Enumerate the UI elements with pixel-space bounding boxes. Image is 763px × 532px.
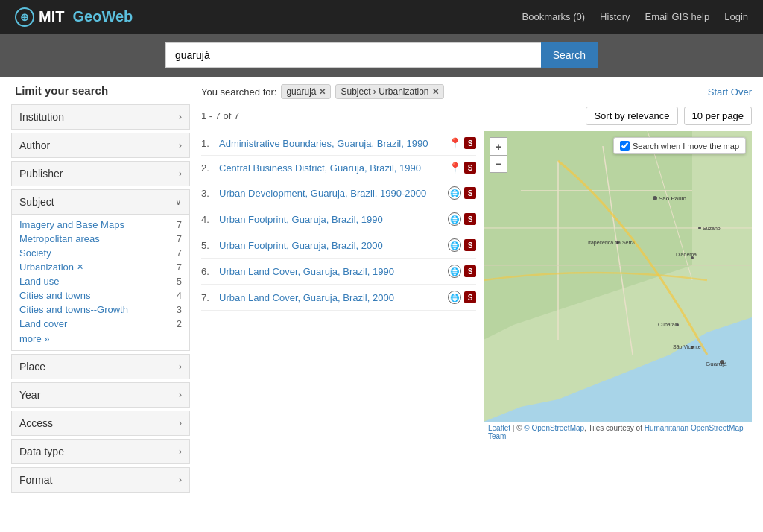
facet-format: Format › (11, 467, 190, 493)
facet-year-label: Year (19, 389, 40, 401)
logo: ⊕ MIT GeoWeb (15, 7, 133, 27)
subject-cities-growth-link[interactable]: Cities and towns--Growth (19, 304, 128, 315)
subject-land-use-count: 5 (177, 276, 182, 287)
osm-link[interactable]: © OpenStreetMap (524, 424, 584, 432)
results-count: 1 - 7 of 7 (201, 110, 239, 121)
result-title-link[interactable]: Administrative Boundaries, Guaruja, Braz… (219, 138, 444, 149)
facet-year-header[interactable]: Year › (12, 383, 189, 407)
chevron-down-icon: ∨ (175, 197, 182, 207)
svg-text:Suzano: Suzano (703, 226, 721, 231)
facet-data-type-label: Data type (19, 446, 64, 457)
per-page-dropdown[interactable]: 10 per page (684, 107, 752, 125)
facet-subject: Subject ∨ Imagery and Base Maps 7 Metrop… (11, 189, 190, 351)
facet-data-type-header[interactable]: Data type › (12, 440, 189, 463)
result-icons: 🌐 S (448, 265, 476, 278)
content-area: 1. Administrative Boundaries, Guaruja, B… (201, 131, 752, 442)
search-form: Search (165, 42, 598, 68)
chevron-right-icon: › (179, 112, 182, 122)
search-move-checkbox[interactable] (620, 141, 630, 151)
s-icon: S (464, 137, 476, 149)
login-link[interactable]: Login (724, 11, 748, 22)
subject-land-cover-count: 2 (177, 318, 182, 329)
result-icons: 🌐 S (448, 212, 476, 226)
result-number: 1. (201, 138, 215, 149)
map-attribution: Leaflet | © © OpenStreetMap, Tiles court… (484, 422, 752, 442)
bookmarks-link[interactable]: Bookmarks (0) (522, 11, 586, 22)
chevron-right-icon: › (179, 140, 182, 151)
email-gis-link[interactable]: Email GIS help (645, 11, 709, 22)
pin-icon: 📍 (449, 137, 461, 149)
result-number: 4. (201, 214, 215, 225)
subject-cities-link[interactable]: Cities and towns (19, 290, 90, 301)
facet-place-label: Place (19, 361, 45, 373)
subject-society-link[interactable]: Society (19, 247, 51, 259)
facet-institution-header[interactable]: Institution › (12, 105, 189, 129)
subject-land-use-link[interactable]: Land use (19, 276, 60, 287)
subject-land-use: Land use 5 (19, 276, 182, 287)
sidebar: Limit your search Institution › Author ›… (11, 84, 190, 495)
facet-subject-content: Imagery and Base Maps 7 Metropolitan are… (12, 214, 189, 350)
svg-text:Diadema: Diadema (676, 252, 697, 257)
pin-icon: 📍 (449, 162, 461, 174)
facet-access-header[interactable]: Access › (12, 411, 189, 435)
result-title-link[interactable]: Urban Land Cover, Guaruja, Brazil, 2000 (219, 292, 443, 303)
result-title-link[interactable]: Urban Development, Guaruja, Brazil, 1990… (219, 188, 443, 199)
table-row: 4. Urban Footprint, Guaruja, Brazil, 199… (201, 206, 476, 232)
map-svg: São Paulo Suzano Guarujá São Vicente Cub… (484, 131, 752, 422)
table-row: 5. Urban Footprint, Guaruja, Brazil, 200… (201, 232, 476, 259)
limit-search-title: Limit your search (11, 84, 190, 97)
result-title-link[interactable]: Urban Footprint, Guaruja, Brazil, 1990 (219, 214, 443, 225)
sort-dropdown[interactable]: Sort by relevance (586, 107, 677, 125)
result-title-link[interactable]: Central Business District, Guaruja, Braz… (219, 162, 444, 174)
subject-more-link[interactable]: more » (19, 333, 49, 344)
search-input[interactable] (165, 42, 541, 68)
svg-point-11 (698, 227, 701, 229)
facet-format-label: Format (19, 474, 52, 486)
header: ⊕ MIT GeoWeb Bookmarks (0) History Email… (0, 0, 763, 34)
table-row: 6. Urban Land Cover, Guaruja, Brazil, 19… (201, 259, 476, 285)
result-title-link[interactable]: Urban Footprint, Guaruja, Brazil, 2000 (219, 240, 443, 251)
facet-place: Place › (11, 354, 190, 379)
result-number: 7. (201, 292, 215, 303)
facet-publisher: Publisher › (11, 161, 190, 186)
facet-subject-header[interactable]: Subject ∨ (12, 190, 189, 214)
svg-text:São Vicente: São Vicente (673, 344, 701, 349)
table-row: 2. Central Business District, Guaruja, B… (201, 156, 476, 180)
you-searched-label: You searched for: (201, 86, 276, 98)
map-area[interactable]: São Paulo Suzano Guarujá São Vicente Cub… (484, 131, 752, 422)
start-over-link[interactable]: Start Over (708, 86, 752, 98)
main: Limit your search Institution › Author ›… (0, 77, 763, 503)
search-button[interactable]: Search (541, 42, 598, 68)
facet-institution: Institution › (11, 104, 190, 130)
globe-icon: 🌐 (448, 212, 461, 226)
facet-author: Author › (11, 133, 190, 158)
globe-icon: 🌐 (448, 186, 461, 200)
subject-urbanization-link[interactable]: Urbanization (19, 262, 74, 273)
svg-text:São Paulo: São Paulo (659, 195, 686, 202)
facet-subject-label: Subject (19, 196, 54, 208)
chevron-right-icon: › (179, 475, 182, 485)
subject-land-cover-link[interactable]: Land cover (19, 318, 67, 329)
zoom-out-button[interactable]: − (490, 155, 507, 173)
remove-subject-icon[interactable]: ✕ (432, 87, 439, 97)
facet-format-header[interactable]: Format › (12, 468, 189, 492)
results-panel: You searched for: guarujá ✕ Subject › Ur… (201, 84, 752, 495)
result-title-link[interactable]: Urban Land Cover, Guaruja, Brazil, 1990 (219, 266, 443, 277)
remove-urbanization-icon[interactable]: ✕ (77, 262, 83, 272)
facet-publisher-header[interactable]: Publisher › (12, 162, 189, 186)
s-icon: S (464, 187, 476, 199)
subject-society: Society 7 (19, 247, 182, 259)
leaflet-link[interactable]: Leaflet (488, 424, 510, 432)
facet-access: Access › (11, 411, 190, 436)
subject-metro: Metropolitan areas 7 (19, 233, 182, 244)
facet-author-header[interactable]: Author › (12, 133, 189, 157)
history-link[interactable]: History (600, 11, 630, 22)
facet-place-header[interactable]: Place › (12, 355, 189, 379)
subject-imagery-link[interactable]: Imagery and Base Maps (19, 219, 124, 230)
subject-metro-link[interactable]: Metropolitan areas (19, 233, 100, 244)
zoom-in-button[interactable]: + (490, 137, 507, 155)
subject-tag: Subject › Urbanization ✕ (335, 84, 443, 99)
tiles-label: Tiles courtesy of (588, 424, 642, 432)
subject-urbanization-count: 7 (177, 262, 182, 273)
remove-query-icon[interactable]: ✕ (319, 87, 326, 97)
